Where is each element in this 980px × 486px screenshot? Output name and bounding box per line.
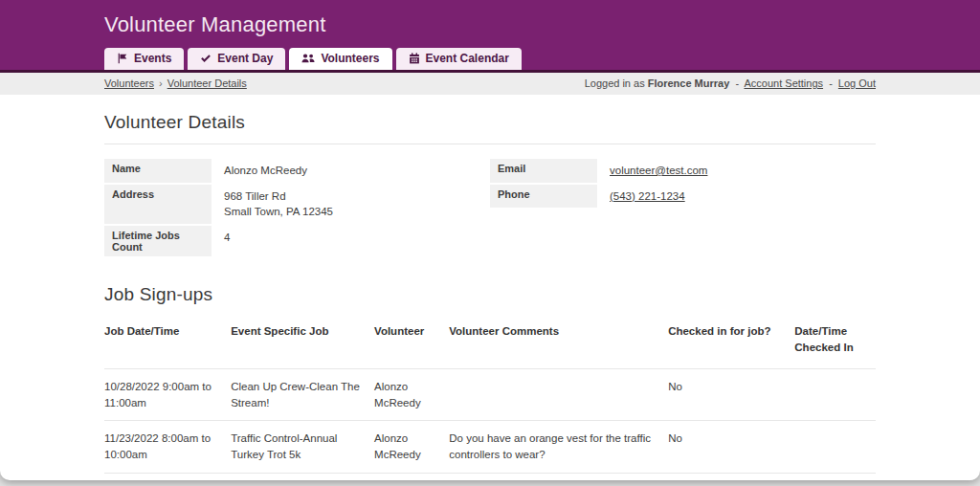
volunteer-details: Name Alonzo McReedy Address 968 Tiller R… [104, 159, 876, 258]
field-value: 968 Tiller Rd Small Town, PA 12345 [212, 185, 333, 224]
account-settings-link[interactable]: Account Settings [745, 77, 824, 89]
page: Volunteer Management Events Event Day Vo… [0, 0, 980, 480]
tab-label: Volunteers [321, 52, 379, 65]
field-value: Alonzo McReedy [212, 159, 307, 183]
main-nav: Events Event Day Volunteers Event Calend… [104, 48, 876, 70]
logged-in-user: Florence Murray [648, 77, 730, 89]
cell-datetime-checked-in [794, 379, 876, 412]
flag-icon [117, 53, 128, 64]
breadcrumb-separator: › [159, 77, 163, 89]
users-icon [301, 53, 315, 64]
page-title: Volunteer Details [104, 112, 876, 133]
divider [104, 144, 876, 144]
breadcrumb-volunteer-details-link[interactable]: Volunteer Details [167, 77, 247, 89]
col-header-datetime-checked-in: Date/Time Checked In [794, 323, 876, 357]
breadcrumb: Volunteers›Volunteer Details [104, 77, 247, 89]
col-header-job-datetime: Job Date/Time [104, 323, 231, 357]
field-label: Email [490, 159, 597, 183]
calendar-icon [409, 53, 420, 64]
tab-event-calendar[interactable]: Event Calendar [396, 48, 522, 70]
table-row: 10/28/2022 9:00am to 11:00am Clean Up Cr… [104, 368, 876, 421]
table-header-row: Job Date/Time Event Specific Job Volunte… [104, 318, 876, 368]
details-left-column: Name Alonzo McReedy Address 968 Tiller R… [104, 159, 490, 258]
field-lifetime-jobs-count: Lifetime Jobs Count 4 [104, 226, 490, 256]
tab-event-day[interactable]: Event Day [188, 48, 285, 70]
col-header-volunteer: Volunteer [374, 323, 449, 357]
cell-job-datetime: 10/28/2022 9:00am to 11:00am [104, 379, 231, 412]
col-header-event-specific-job: Event Specific Job [231, 323, 374, 357]
cell-volunteer: Alonzo McReedy [374, 379, 449, 412]
cell-checked-in: No [668, 431, 794, 464]
tab-events[interactable]: Events [104, 48, 184, 70]
logged-in-prefix: Logged in as [585, 77, 645, 89]
cell-job-datetime: 11/23/2022 8:00am to 10:00am [104, 431, 231, 464]
session-info: Logged in as Florence Murray - Account S… [585, 77, 876, 89]
cell-volunteer: Alonzo McReedy [374, 431, 449, 464]
col-header-checked-in: Checked in for job? [668, 323, 794, 357]
main-content: Volunteer Details Name Alonzo McReedy Ad… [104, 95, 876, 480]
separator: - [829, 77, 833, 89]
tab-label: Event Day [217, 52, 273, 65]
table-row: 11/23/2022 8:00am to 10:00am Traffic Con… [104, 420, 876, 473]
field-phone: Phone (543) 221-1234 [490, 185, 876, 209]
details-right-column: Email volunteer@test.com Phone (543) 221… [490, 159, 876, 210]
cell-event-specific-job: Traffic Control-Annual Turkey Trot 5k [231, 431, 374, 464]
field-value: 4 [212, 226, 230, 256]
phone-link[interactable]: (543) 221-1234 [610, 190, 685, 202]
separator: - [735, 77, 739, 89]
field-label: Lifetime Jobs Count [104, 226, 212, 256]
email-link[interactable]: volunteer@test.com [610, 165, 707, 176]
field-label: Name [104, 159, 212, 183]
field-email: Email volunteer@test.com [490, 159, 876, 183]
tab-volunteers[interactable]: Volunteers [289, 48, 391, 70]
tab-label: Event Calendar [426, 52, 509, 65]
breadcrumb-volunteers-link[interactable]: Volunteers [104, 77, 154, 89]
app-banner: Volunteer Management Events Event Day Vo… [0, 0, 980, 73]
cell-volunteer-comments: Do you have an orange vest for the traff… [449, 431, 668, 464]
cell-event-specific-job: Clean Up Crew-Clean The Stream! [231, 379, 374, 412]
job-signups-table: Job Date/Time Event Specific Job Volunte… [104, 318, 876, 480]
cell-volunteer-comments [449, 379, 668, 412]
field-label: Phone [490, 185, 597, 209]
breadcrumb-bar: Volunteers›Volunteer Details Logged in a… [0, 73, 980, 95]
cell-datetime-checked-in [794, 431, 876, 464]
jobs-section-title: Job Sign-ups [104, 284, 876, 305]
table-row: 12/16/2022 9:00am to 1:30pm Donations-Fo… [104, 473, 876, 480]
check-icon [200, 53, 212, 64]
col-header-volunteer-comments: Volunteer Comments [449, 323, 668, 357]
log-out-link[interactable]: Log Out [838, 77, 876, 89]
field-name: Name Alonzo McReedy [104, 159, 490, 183]
field-label: Address [104, 185, 212, 224]
tab-label: Events [134, 52, 171, 65]
field-address: Address 968 Tiller Rd Small Town, PA 123… [104, 185, 490, 224]
app-title: Volunteer Management [104, 12, 876, 37]
cell-checked-in: No [668, 379, 794, 412]
